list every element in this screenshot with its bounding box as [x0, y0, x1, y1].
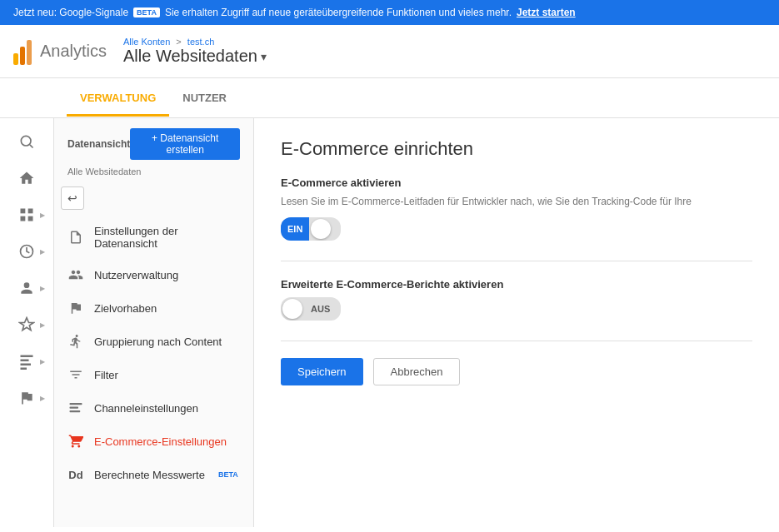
- action-divider: [281, 341, 752, 341]
- section1-desc: Lesen Sie im E-Commerce-Leitfaden für En…: [281, 196, 752, 207]
- settings-icon: [67, 229, 84, 246]
- breadcrumb: Alle Konten > test.ch: [123, 37, 267, 47]
- nav-item-channel-settings[interactable]: Channeleinstellungen: [54, 391, 253, 425]
- svg-rect-10: [21, 368, 27, 370]
- calculated-metrics-beta-badge: BETA: [218, 470, 238, 479]
- nav-item-content-grouping[interactable]: Gruppierung nach Content: [54, 325, 253, 358]
- toggle-off-label: AUS: [304, 304, 337, 314]
- advanced-ecommerce-toggle-container: AUS: [281, 297, 752, 321]
- nav-item-goals-label: Zielvorhaben: [94, 302, 157, 315]
- svg-rect-13: [70, 410, 81, 412]
- usermgmt-icon: [67, 266, 84, 283]
- header-bar: Analytics Alle Konten > test.ch Alle Web…: [0, 25, 779, 78]
- sidebar-icon-acquisition[interactable]: ▶: [7, 308, 47, 341]
- goals-icon: [67, 300, 84, 316]
- banner-description: Sie erhalten Zugriff auf neue geräteüber…: [165, 7, 512, 18]
- nav-panel: Datenansicht + Datenansicht erstellen Al…: [54, 118, 254, 527]
- sidebar-icon-behavior[interactable]: ▶: [7, 345, 47, 378]
- property-label: Alle Websitedaten: [123, 47, 257, 66]
- filters-icon: [67, 366, 84, 383]
- sidebar-icon-search[interactable]: [7, 125, 47, 158]
- breadcrumb-account[interactable]: test.ch: [187, 37, 214, 47]
- banner-cta-link[interactable]: Jetzt starten: [517, 7, 576, 18]
- section-divider: [281, 261, 752, 261]
- tab-verwaltung[interactable]: VERWALTUNG: [67, 80, 169, 117]
- svg-rect-9: [21, 364, 32, 366]
- app-name: Analytics: [40, 42, 107, 61]
- channel-settings-icon: [67, 400, 84, 416]
- svg-rect-7: [21, 355, 33, 358]
- top-banner: Jetzt neu: Google-Signale BETA Sie erhal…: [0, 0, 779, 25]
- nav-panel-subtitle: Alle Websitedaten: [54, 167, 253, 183]
- svg-line-1: [30, 145, 33, 148]
- logo-bar-3: [27, 40, 32, 65]
- sidebar-icon-realtime[interactable]: ▶: [7, 235, 47, 268]
- create-view-button[interactable]: + Datenansicht erstellen: [130, 128, 240, 160]
- banner-new-label: Jetzt neu: Google-Signale: [13, 7, 128, 18]
- nav-item-filters-label: Filter: [94, 369, 118, 381]
- sidebar-icon-conversions[interactable]: ▶: [7, 381, 47, 415]
- content-area: E-Commerce einrichten E-Commerce aktivie…: [254, 118, 779, 527]
- nav-item-settings-label: Einstellungen derDatenansicht: [94, 225, 177, 250]
- back-button[interactable]: ↩: [61, 186, 84, 210]
- audience-expand-icon: ▶: [40, 285, 45, 292]
- section1-label: E-Commerce aktivieren: [281, 177, 752, 189]
- nav-panel-title: Datenansicht: [67, 138, 130, 150]
- nav-item-filters[interactable]: Filter: [54, 358, 253, 391]
- nav-item-settings[interactable]: Einstellungen derDatenansicht: [54, 216, 253, 258]
- tab-nutzer[interactable]: NUTZER: [169, 80, 240, 117]
- nav-item-calculated-metrics-label: Berechnete Messwerte: [94, 469, 205, 481]
- nav-item-ecommerce[interactable]: E-Commerce-Einstellungen: [54, 425, 253, 458]
- save-button[interactable]: Speichern: [281, 358, 363, 385]
- page-title: E-Commerce einrichten: [281, 138, 752, 160]
- sidebar-icons: ▶ ▶ ▶ ▶ ▶ ▶: [0, 118, 54, 527]
- toggle-on-label: EIN: [281, 217, 309, 241]
- svg-rect-4: [21, 216, 26, 221]
- svg-rect-5: [28, 216, 33, 221]
- logo-bar-1: [13, 53, 18, 65]
- nav-item-usermgmt-label: Nutzerverwaltung: [94, 269, 178, 281]
- ecommerce-toggle[interactable]: EIN: [281, 217, 341, 241]
- advanced-ecommerce-toggle[interactable]: AUS: [281, 297, 341, 321]
- svg-rect-2: [21, 209, 26, 214]
- breadcrumb-separator: >: [176, 37, 181, 47]
- breadcrumb-all-accounts[interactable]: Alle Konten: [123, 37, 170, 47]
- nav-item-ecommerce-label: E-Commerce-Einstellungen: [94, 435, 227, 448]
- content-grouping-icon: [67, 333, 84, 350]
- nav-item-calculated-metrics[interactable]: Dd Berechnete Messwerte BETA: [54, 458, 253, 491]
- cancel-button[interactable]: Abbrechen: [373, 358, 461, 385]
- sidebar-icon-home[interactable]: [7, 162, 47, 195]
- toggle-thumb-off: [282, 299, 302, 319]
- action-buttons: Speichern Abbrechen: [281, 358, 752, 385]
- logo-area: Analytics: [13, 38, 107, 65]
- tabs-row: VERWALTUNG NUTZER: [0, 78, 779, 118]
- toggle-thumb: [311, 219, 331, 239]
- property-selector[interactable]: Alle Websitedaten ▾: [123, 47, 267, 66]
- svg-rect-8: [21, 360, 29, 362]
- logo-bar-2: [20, 47, 25, 65]
- nav-item-goals[interactable]: Zielvorhaben: [54, 291, 253, 325]
- banner-beta-badge: BETA: [133, 7, 160, 17]
- reports-expand-icon: ▶: [40, 211, 45, 219]
- nav-item-usermgmt[interactable]: Nutzerverwaltung: [54, 258, 253, 291]
- svg-rect-3: [28, 209, 33, 214]
- sidebar-icon-audience[interactable]: ▶: [7, 271, 47, 305]
- ecommerce-toggle-container: EIN: [281, 217, 752, 241]
- nav-panel-header: Datenansicht + Datenansicht erstellen: [54, 118, 253, 167]
- nav-item-content-grouping-label: Gruppierung nach Content: [94, 336, 222, 348]
- calculated-metrics-icon: Dd: [67, 466, 84, 483]
- main-layout: ▶ ▶ ▶ ▶ ▶ ▶ Datenansicht + Datenansicht …: [0, 118, 779, 527]
- svg-point-0: [21, 136, 31, 146]
- realtime-expand-icon: ▶: [40, 248, 45, 256]
- property-dropdown-arrow: ▾: [261, 50, 267, 63]
- nav-item-channel-settings-label: Channeleinstellungen: [94, 402, 198, 415]
- acquisition-expand-icon: ▶: [40, 321, 45, 329]
- behavior-expand-icon: ▶: [40, 358, 45, 365]
- ecommerce-icon: [67, 433, 84, 450]
- back-btn-row: ↩: [54, 183, 253, 216]
- conversions-expand-icon: ▶: [40, 395, 45, 402]
- svg-rect-12: [70, 407, 79, 409]
- section2-label: Erweiterte E-Commerce-Berichte aktiviere…: [281, 278, 752, 291]
- sidebar-icon-reports[interactable]: ▶: [7, 198, 47, 231]
- analytics-logo-icon: [13, 38, 32, 65]
